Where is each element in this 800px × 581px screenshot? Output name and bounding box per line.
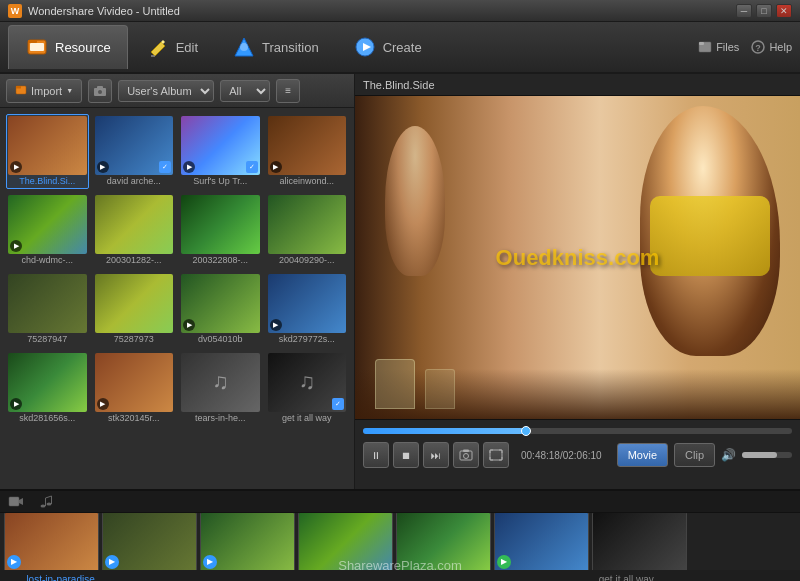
- play-badge: ▶: [183, 319, 195, 331]
- help-button[interactable]: ? Help: [751, 40, 792, 54]
- bottom-timeline: ▶▶▶▶ lost-in-paradiseget it all way: [0, 489, 800, 581]
- media-thumbnail: ▶: [268, 116, 347, 175]
- timeline-item[interactable]: ▶: [494, 513, 589, 570]
- media-item[interactable]: 200301282-...: [93, 193, 176, 268]
- media-item[interactable]: ♫tears-in-he...: [179, 351, 262, 426]
- minimize-button[interactable]: ─: [736, 4, 752, 18]
- camera-button[interactable]: [88, 79, 112, 103]
- play-badge: ▶: [183, 161, 195, 173]
- close-button[interactable]: ✕: [776, 4, 792, 18]
- sort-button[interactable]: ≡: [276, 79, 300, 103]
- tab-resource[interactable]: Resource: [8, 25, 128, 69]
- main-content: Import ▼ User's Album All ≡ ▶The.B: [0, 74, 800, 489]
- media-item[interactable]: 200322808-...: [179, 193, 262, 268]
- svg-rect-21: [9, 497, 19, 506]
- album-select[interactable]: User's Album: [118, 80, 214, 102]
- volume-fill: [742, 452, 777, 458]
- media-item[interactable]: ▶✓Surf's Up Tr...: [179, 114, 262, 189]
- timeline-item[interactable]: [592, 513, 687, 570]
- media-item-label: skd281656s...: [8, 412, 87, 424]
- media-thumbnail: ▶: [181, 274, 260, 333]
- tab-transition[interactable]: Transition: [216, 25, 335, 69]
- media-thumbnail: [8, 274, 87, 333]
- tab-create[interactable]: Create: [337, 25, 438, 69]
- timeline-item[interactable]: ▶: [200, 513, 295, 570]
- media-thumbnail: ▶: [95, 353, 174, 412]
- svg-line-27: [46, 496, 52, 498]
- timeline-item[interactable]: [298, 513, 393, 570]
- tab-edit[interactable]: Edit: [130, 25, 214, 69]
- preview-area: The.Blind.Side Ouedkniss.com: [355, 74, 800, 489]
- timeline-item[interactable]: ▶: [4, 513, 99, 570]
- stop-button[interactable]: ⏹: [393, 442, 419, 468]
- svg-rect-2: [28, 40, 37, 43]
- svg-rect-20: [490, 450, 502, 460]
- media-item[interactable]: 200409290-...: [266, 193, 349, 268]
- media-item-label: 200322808-...: [181, 254, 260, 266]
- media-item[interactable]: 75287973: [93, 272, 176, 347]
- volume-icon[interactable]: 🔊: [721, 448, 736, 462]
- media-item[interactable]: ▶aliceinwond...: [266, 114, 349, 189]
- media-thumbnail: ♫: [181, 353, 260, 412]
- app-title: Wondershare Vivideo - Untitled: [28, 5, 180, 17]
- files-label: Files: [716, 41, 739, 53]
- timeline-thumbnail: [299, 513, 392, 570]
- nav-tabs: Resource Edit Transition: [8, 25, 698, 69]
- files-button[interactable]: Files: [698, 40, 739, 54]
- import-button[interactable]: Import ▼: [6, 79, 82, 103]
- movie-mode-button[interactable]: Movie: [617, 443, 668, 467]
- media-thumbnail: ▶: [8, 116, 87, 175]
- volume-slider[interactable]: [742, 452, 792, 458]
- media-item[interactable]: 75287947: [6, 272, 89, 347]
- preview-controls: ⏸ ⏹ ⏭: [355, 419, 800, 489]
- pause-button[interactable]: ⏸: [363, 442, 389, 468]
- timeline-labels: lost-in-paradiseget it all way: [0, 570, 800, 581]
- media-thumb-inner: [95, 195, 174, 254]
- fullscreen-button[interactable]: [483, 442, 509, 468]
- controls-left: ⏸ ⏹ ⏭: [363, 442, 602, 468]
- media-thumbnail: ♫✓: [268, 353, 347, 412]
- title-bar-left: W Wondershare Vivideo - Untitled: [8, 4, 180, 18]
- media-item[interactable]: ▶✓david arche...: [93, 114, 176, 189]
- media-item[interactable]: ♫✓get it all way: [266, 351, 349, 426]
- progress-bar[interactable]: [363, 428, 792, 434]
- media-item[interactable]: ▶skd281656s...: [6, 351, 89, 426]
- progress-fill: [363, 428, 526, 434]
- media-item[interactable]: ▶skd279772s...: [266, 272, 349, 347]
- timeline-item[interactable]: [396, 513, 491, 570]
- timeline-label: lost-in-paradise: [4, 574, 117, 582]
- play-badge: ▶: [270, 161, 282, 173]
- next-frame-button[interactable]: ⏭: [423, 442, 449, 468]
- maximize-button[interactable]: □: [756, 4, 772, 18]
- clip-mode-button[interactable]: Clip: [674, 443, 715, 467]
- play-badge: ▶: [10, 398, 22, 410]
- svg-point-15: [98, 89, 103, 94]
- media-item[interactable]: ▶dv054010b: [179, 272, 262, 347]
- filter-select[interactable]: All: [220, 80, 270, 102]
- media-thumb-inner: [8, 274, 87, 333]
- media-thumbnail: [268, 195, 347, 254]
- media-item[interactable]: ▶The.Blind.Si...: [6, 114, 89, 189]
- media-thumbnail: ▶: [268, 274, 347, 333]
- media-grid: ▶The.Blind.Si...▶✓david arche...▶✓Surf's…: [0, 108, 354, 489]
- next-icon: ⏭: [431, 450, 441, 461]
- media-thumbnail: ▶✓: [95, 116, 174, 175]
- media-item-label: get it all way: [268, 412, 347, 424]
- audio-icon: ♫: [299, 369, 316, 395]
- create-icon: [353, 35, 377, 59]
- svg-rect-1: [30, 43, 44, 51]
- media-item-label: 75287973: [95, 333, 174, 345]
- media-thumbnail: [181, 195, 260, 254]
- svg-point-23: [41, 504, 46, 507]
- media-item[interactable]: ▶stk320145r...: [93, 351, 176, 426]
- timeline-item[interactable]: ▶: [102, 513, 197, 570]
- thumb-shape: [268, 195, 347, 254]
- preview-title-bar: The.Blind.Side: [355, 74, 800, 96]
- screenshot-button[interactable]: [453, 442, 479, 468]
- svg-point-18: [464, 454, 469, 459]
- media-thumbnail: [95, 195, 174, 254]
- media-item[interactable]: ▶chd-wdmc-...: [6, 193, 89, 268]
- svg-text:?: ?: [756, 43, 762, 53]
- play-badge: ▶: [97, 161, 109, 173]
- title-bar-controls: ─ □ ✕: [736, 4, 792, 18]
